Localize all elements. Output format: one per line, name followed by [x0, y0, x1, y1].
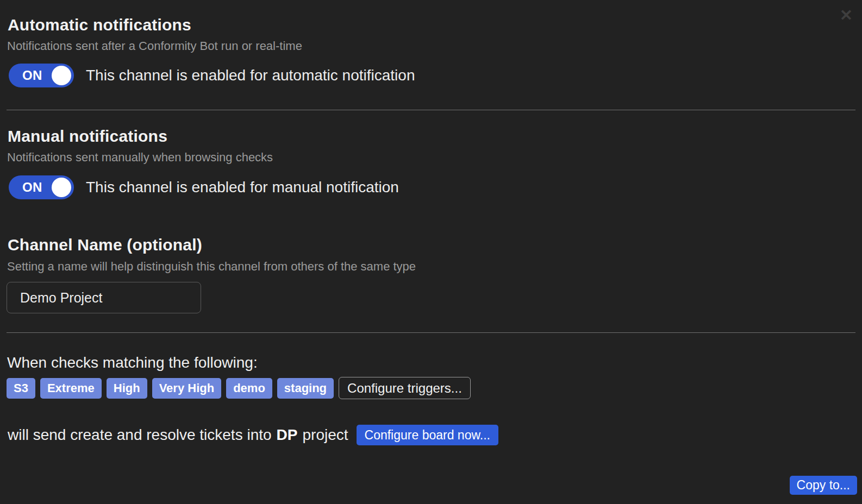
automatic-notification-toggle[interactable]: ON: [9, 64, 74, 87]
automatic-notifications-title: Automatic notifications: [8, 16, 191, 34]
toggle-on-label: ON: [22, 68, 42, 83]
ticket-text-after: project: [302, 426, 348, 444]
trigger-tag[interactable]: demo: [226, 378, 272, 399]
notification-settings-panel: ✕ Automatic notifications Notifications …: [0, 0, 862, 504]
trigger-tag[interactable]: S3: [7, 378, 35, 399]
trigger-tags-row: S3 Extreme High Very High demo staging C…: [7, 377, 471, 399]
section-divider: [7, 110, 855, 110]
trigger-tag[interactable]: Very High: [152, 378, 221, 399]
manual-toggle-description: This channel is enabled for manual notif…: [86, 179, 399, 196]
automatic-toggle-description: This channel is enabled for automatic no…: [86, 67, 415, 84]
toggle-knob: [52, 66, 71, 85]
configure-board-button[interactable]: Configure board now...: [357, 425, 498, 445]
configure-triggers-button[interactable]: Configure triggers...: [339, 377, 471, 399]
trigger-tag[interactable]: staging: [277, 378, 334, 399]
manual-notifications-subtitle: Notifications sent manually when browsin…: [7, 150, 273, 165]
section-divider: [7, 332, 855, 333]
automatic-notifications-subtitle: Notifications sent after a Conformity Bo…: [7, 39, 302, 53]
manual-notifications-title: Manual notifications: [8, 127, 167, 146]
ticket-text-before: will send create and resolve tickets int…: [8, 426, 272, 444]
ticket-destination-row: will send create and resolve tickets int…: [8, 425, 498, 445]
close-icon[interactable]: ✕: [840, 8, 853, 23]
channel-name-subtitle: Setting a name will help distinguish thi…: [7, 260, 416, 274]
trigger-conditions-heading: When checks matching the following:: [7, 354, 258, 371]
project-code: DP: [277, 426, 298, 444]
toggle-on-label: ON: [22, 180, 42, 195]
manual-notification-toggle[interactable]: ON: [9, 175, 74, 199]
trigger-tag[interactable]: High: [107, 378, 147, 399]
trigger-tag[interactable]: Extreme: [40, 378, 102, 399]
manual-toggle-row: ON This channel is enabled for manual no…: [9, 175, 399, 199]
automatic-toggle-row: ON This channel is enabled for automatic…: [9, 64, 415, 87]
copy-to-button[interactable]: Copy to...: [790, 476, 857, 495]
toggle-knob: [52, 178, 71, 197]
channel-name-title: Channel Name (optional): [8, 236, 202, 254]
channel-name-input[interactable]: [7, 282, 201, 313]
